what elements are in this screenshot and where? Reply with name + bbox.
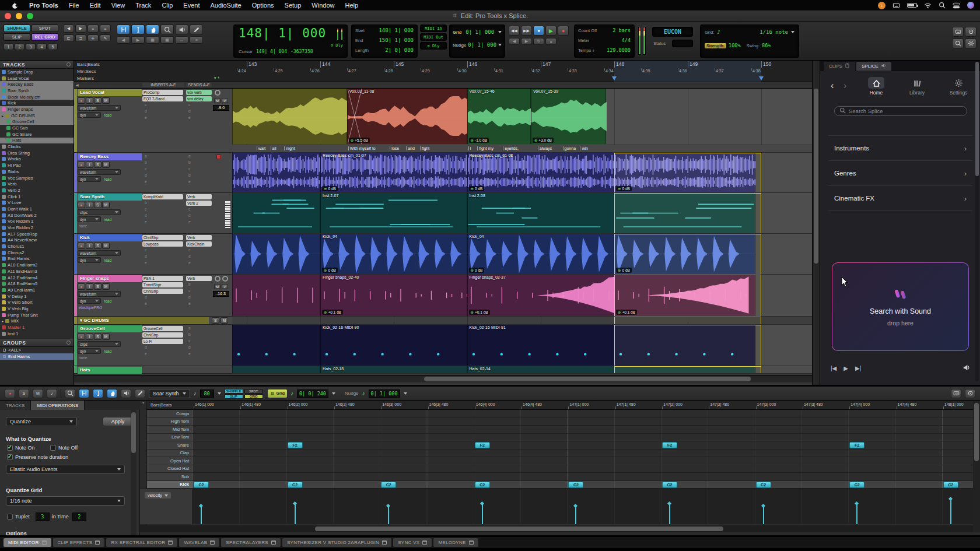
panel-tab-clips[interactable]: CLIPS bbox=[824, 62, 855, 71]
toolbar-grab-mini[interactable]: ✛ bbox=[88, 34, 99, 42]
automation-mode-selector[interactable]: dyn bbox=[78, 348, 101, 354]
window-tab-midi-editor[interactable]: MIDI EDITOR bbox=[4, 538, 51, 547]
window-tab-sync-vx[interactable]: SYNC VX bbox=[393, 538, 432, 547]
clip-gain-badge[interactable]: ⊕0 dB bbox=[322, 186, 338, 191]
velocity-handle[interactable] bbox=[293, 501, 297, 506]
menu-options[interactable]: Options bbox=[247, 0, 279, 10]
clip-inst-2-08[interactable]: Inst 2-08 bbox=[467, 193, 614, 233]
pan-knob[interactable] bbox=[222, 276, 228, 282]
midi-note-snare-3[interactable]: F2 bbox=[475, 442, 490, 448]
track-input-monitor-button[interactable]: I bbox=[86, 162, 93, 168]
menu-view[interactable]: View bbox=[106, 0, 131, 10]
drum-lane-label-kick[interactable]: Kick bbox=[147, 481, 192, 489]
sidebar-track-pump-that-shit[interactable]: Pump That Shit bbox=[0, 312, 74, 318]
elastic-audio-plugin[interactable]: elastiquePRO bbox=[79, 306, 102, 310]
edit-h-scrollbar[interactable] bbox=[74, 375, 812, 382]
track-header-groovecell[interactable]: GrooveCell●ISMclipsdynreadnoneGrooveCell… bbox=[74, 325, 232, 366]
menu-window[interactable]: Window bbox=[306, 0, 340, 10]
send-slot-b[interactable]: b bbox=[188, 332, 191, 336]
clip-vox-07-15-46[interactable]: Vox.07_15-46 bbox=[467, 89, 531, 144]
play-button[interactable]: ▶ bbox=[545, 26, 556, 36]
main-toggle-button[interactable]: M bbox=[214, 284, 220, 289]
midi-note-snare-5[interactable]: F2 bbox=[662, 442, 677, 448]
elastic-audio-plugin[interactable]: none bbox=[79, 224, 87, 228]
toolbar-option-5[interactable]: ↔ bbox=[175, 36, 188, 44]
menu-edit[interactable]: Edit bbox=[85, 0, 106, 10]
zoom-preset-1[interactable]: 1 bbox=[4, 43, 13, 50]
window-tab-synthesizer-v-studio-2araplugin[interactable]: SYNTHESIZER V STUDIO 2ARAPLUGIN bbox=[282, 538, 391, 547]
clip-kick-02-16-midi-90[interactable]: Kick_02-16-MIDI-90 bbox=[320, 325, 467, 366]
insert-slot-b[interactable]: EQ3 7-Band bbox=[142, 96, 183, 101]
sidebar-track-gc-sub[interactable]: GC Sub bbox=[0, 125, 74, 131]
send-slot-c[interactable]: c bbox=[188, 289, 190, 293]
sidebar-track-sample-drop[interactable]: Sample Drop bbox=[0, 69, 74, 75]
midi-mode-spot[interactable]: SPOT bbox=[244, 389, 263, 394]
sidebar-track-stabs[interactable]: Stabs bbox=[0, 169, 74, 175]
midi-note-kick-0[interactable]: C2 bbox=[194, 482, 209, 488]
velocity-stem[interactable] bbox=[201, 506, 202, 524]
lyric-clip[interactable]: win bbox=[580, 146, 588, 150]
track-name[interactable]: ▾ GC DRUMS bbox=[78, 317, 209, 324]
sidebar-track-wocka[interactable]: Wocka bbox=[0, 156, 74, 163]
nudge-label[interactable]: Nudge bbox=[453, 43, 466, 48]
velocity-lane-selector[interactable]: velocity bbox=[145, 492, 171, 499]
send-slot-b[interactable]: KickChain bbox=[186, 241, 212, 247]
send-slot-a[interactable]: vox verb bbox=[186, 90, 212, 95]
sidebar-track-end-harms[interactable]: End Harms bbox=[0, 256, 74, 262]
velocity-stem[interactable] bbox=[763, 506, 764, 524]
zoom-preset-5[interactable]: 5 bbox=[48, 43, 58, 50]
window-tab-melodyne[interactable]: MELODYNE bbox=[433, 538, 478, 547]
send-slot-a[interactable]: Verb bbox=[186, 235, 212, 240]
lyric-clip[interactable]: fight my bbox=[477, 146, 494, 150]
clip-gain-badge[interactable]: ⊕+0.1 dB bbox=[322, 310, 343, 315]
skip-forward-button[interactable]: ▶| bbox=[855, 365, 861, 371]
sidebar-track-v-delay-1[interactable]: V Delay 1 bbox=[0, 293, 74, 300]
skip-back-button[interactable]: |◀ bbox=[831, 365, 836, 371]
sidebar-track-hi-pad[interactable]: Hi Pad bbox=[0, 162, 74, 169]
track-lane-groovecell[interactable]: Kick_02-16-MIDI-90Kick_02-16-MIDI-91 bbox=[232, 325, 812, 366]
insert-slot-c[interactable]: Lo-Fi bbox=[142, 339, 183, 344]
midi-note-snare-1[interactable]: F2 bbox=[288, 442, 303, 448]
insert-slot-c[interactable]: c bbox=[145, 167, 146, 171]
insert-slot-e[interactable]: e bbox=[145, 220, 147, 224]
track-name[interactable]: Finger snaps bbox=[78, 275, 142, 282]
midi-grid-enable[interactable]: Grid bbox=[268, 389, 287, 398]
send-slot-e[interactable]: e bbox=[188, 261, 191, 265]
insert-slot-c[interactable]: ChnlStrp bbox=[142, 289, 183, 294]
send-slot-d[interactable]: d bbox=[188, 109, 191, 113]
clip[interactable] bbox=[232, 89, 347, 144]
track-input-monitor-button[interactable]: I bbox=[86, 283, 93, 290]
send-slot-e[interactable]: e bbox=[188, 180, 191, 184]
menu-pro-tools[interactable]: Pro Tools bbox=[24, 0, 64, 10]
drum-lane-label-closed-hat[interactable]: Closed Hat bbox=[147, 465, 192, 473]
track-name[interactable]: Lead Vocal bbox=[78, 89, 142, 96]
selector-tool[interactable] bbox=[131, 24, 145, 34]
toolbar-wave-zoom-horizontal[interactable]: ≈ bbox=[100, 24, 111, 33]
apple-menu[interactable] bbox=[6, 0, 24, 10]
clip-gain-badge[interactable]: ⊕0 dB bbox=[469, 268, 485, 273]
insert-slot-a[interactable]: a bbox=[145, 154, 147, 158]
track-view-selector[interactable]: waveform bbox=[78, 250, 121, 256]
insert-slot-c[interactable]: c bbox=[145, 103, 146, 107]
send-slot-a[interactable]: a bbox=[188, 154, 191, 158]
insert-slot-a[interactable]: KompltKntrl bbox=[142, 194, 183, 199]
record-button[interactable]: ● bbox=[558, 26, 569, 36]
markers-add-button[interactable]: ▾ + bbox=[214, 76, 220, 80]
stop-button[interactable]: ■ bbox=[533, 26, 544, 36]
lyric-clip[interactable]: and bbox=[406, 146, 415, 150]
send-slot-d[interactable]: d bbox=[188, 173, 191, 177]
back-button[interactable]: ‹ bbox=[831, 80, 834, 91]
insert-slot-e[interactable]: e bbox=[145, 115, 147, 120]
category-cinematic-fx[interactable]: Cinematic FX› bbox=[828, 186, 972, 211]
ruler-label-markers[interactable]: Markers bbox=[77, 76, 94, 81]
scrubber-tool[interactable] bbox=[121, 389, 131, 398]
send-slot-e[interactable]: e bbox=[188, 301, 191, 306]
clip-inst-2-07[interactable]: Inst 2-07 bbox=[320, 193, 467, 233]
menu-audiosuite[interactable]: AudioSuite bbox=[205, 0, 246, 10]
toolbar-zoom-out[interactable]: ◀ bbox=[63, 24, 74, 33]
ruler-lane[interactable]: 1431441451461471481491504:244:254:264:27… bbox=[232, 61, 812, 82]
clip-reecey-bass-cm-01-08[interactable]: Reecey Bass-cm_01-08 bbox=[467, 153, 614, 192]
grid-value[interactable]: 0| 1| 000 bbox=[466, 29, 494, 35]
tuplet-d-field[interactable]: 2 bbox=[72, 513, 86, 521]
track-solo-button[interactable]: S bbox=[94, 202, 102, 208]
